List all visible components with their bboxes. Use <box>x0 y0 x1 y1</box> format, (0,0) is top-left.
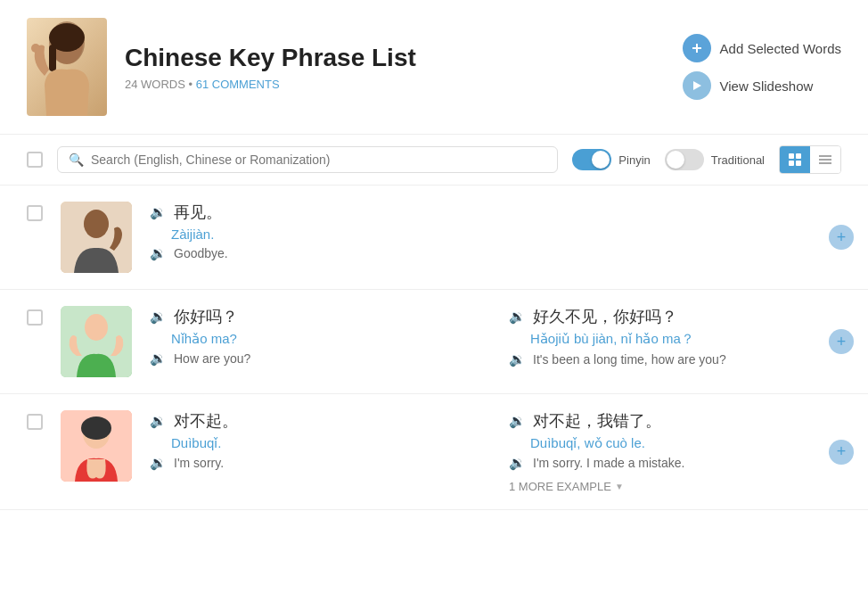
word-2-chinese-row: 🔉 你好吗？ <box>150 306 482 327</box>
pinyin-toggle-knob <box>592 151 610 169</box>
svg-rect-9 <box>796 153 801 159</box>
view-slideshow-button[interactable]: View Slideshow <box>683 71 841 100</box>
word-3-chinese-row: 🔉 对不起。 <box>150 410 482 432</box>
word-1-pinyin-row: Zàijiàn. <box>150 227 841 242</box>
more-examples-button[interactable]: 1 MORE EXAMPLE ▼ <box>509 480 841 493</box>
pinyin-label: Pinyin <box>618 153 650 167</box>
word-2-alt: 🔉 好久不见，你好吗？ Hǎojiǔ bù jiàn, nǐ hǎo ma？ 🔉… <box>509 306 841 367</box>
word-3-speaker-chinese[interactable]: 🔉 <box>150 413 167 429</box>
word-1-chinese-row: 🔉 再见。 <box>150 202 841 223</box>
word-3-alt-pinyin-row: Duìbuqǐ, wǒ cuò le. <box>509 435 841 451</box>
list-view-button[interactable] <box>810 146 840 173</box>
word-3-alt-speaker-chinese[interactable]: 🔉 <box>509 413 526 429</box>
word-list: 🔉 再见。 Zàijiàn. 🔉 Goodbye. + <box>0 186 868 510</box>
word-3-content: 🔉 对不起。 Duìbuqǐ. 🔉 I'm sorry. 🔉 对不起，我错了。 … <box>150 410 841 493</box>
word-2-alt-speaker-english[interactable]: 🔉 <box>509 351 526 367</box>
word-2-checkbox[interactable] <box>27 309 43 326</box>
traditional-label: Traditional <box>711 153 765 167</box>
pinyin-toggle[interactable] <box>572 149 611 170</box>
word-2-pinyin: Nǐhǎo ma? <box>171 331 237 347</box>
word-3-checkbox[interactable] <box>27 414 43 430</box>
word-1-main: 🔉 再见。 Zàijiàn. 🔉 Goodbye. <box>150 202 841 261</box>
select-all-checkbox[interactable] <box>27 152 43 168</box>
word-1-english: Goodbye. <box>174 246 228 260</box>
word-1-speaker-chinese[interactable]: 🔉 <box>150 204 167 220</box>
word-1-chinese: 再见。 <box>174 202 222 223</box>
separator: • <box>189 78 196 91</box>
comments-link[interactable]: 61 COMMENTS <box>196 78 280 91</box>
page-title: Chinese Key Phrase List <box>125 44 683 72</box>
page-header: Chinese Key Phrase List 24 WORDS • 61 CO… <box>0 0 868 135</box>
svg-point-21 <box>81 416 111 440</box>
view-slideshow-label: View Slideshow <box>720 78 814 94</box>
word-3-alt-speaker-english[interactable]: 🔉 <box>509 455 526 471</box>
word-1-speaker-english[interactable]: 🔉 <box>150 245 167 261</box>
search-input[interactable] <box>91 153 546 167</box>
word-3-add-button[interactable]: + <box>829 440 854 465</box>
word-2-speaker-chinese[interactable]: 🔉 <box>150 309 167 325</box>
traditional-toggle-group: Traditional <box>665 149 765 170</box>
word-2-speaker-english[interactable]: 🔉 <box>150 350 167 367</box>
word-3-alt-chinese: 对不起，我错了。 <box>533 410 661 432</box>
word-3-chinese: 对不起。 <box>174 410 238 432</box>
table-row: 🔉 对不起。 Duìbuqǐ. 🔉 I'm sorry. 🔉 对不起，我错了。 … <box>0 394 868 510</box>
word-3-alt: 🔉 对不起，我错了。 Duìbuqǐ, wǒ cuò le. 🔉 I'm sor… <box>509 410 841 493</box>
more-examples-label: 1 MORE EXAMPLE <box>509 480 611 493</box>
header-meta: 24 WORDS • 61 COMMENTS <box>125 78 683 91</box>
view-toggle <box>779 145 841 174</box>
word-2-pinyin-row: Nǐhǎo ma? <box>150 331 482 347</box>
word-3-alt-chinese-row: 🔉 对不起，我错了。 <box>509 410 841 432</box>
word-2-alt-speaker-chinese[interactable]: 🔉 <box>509 309 526 325</box>
pinyin-toggle-group: Pinyin <box>572 149 650 170</box>
word-1-checkbox[interactable] <box>27 205 43 221</box>
header-avatar <box>27 18 107 116</box>
word-2-alt-chinese: 好久不见，你好吗？ <box>533 306 677 327</box>
svg-point-18 <box>85 314 108 341</box>
word-2-english: How are you? <box>174 351 250 366</box>
search-box: 🔍 <box>57 146 558 173</box>
toolbar: 🔍 Pinyin Traditional <box>0 135 868 186</box>
word-2-alt-english: It's been a long time, how are you? <box>533 352 726 367</box>
word-2-alt-english-row: 🔉 It's been a long time, how are you? <box>509 351 841 367</box>
word-1-content: 🔉 再见。 Zàijiàn. 🔉 Goodbye. <box>150 202 841 261</box>
add-selected-words-label: Add Selected Words <box>720 41 841 56</box>
traditional-toggle[interactable] <box>665 149 704 170</box>
word-3-alt-english: I'm sorry. I made a mistake. <box>533 456 684 470</box>
word-3-speaker-english[interactable]: 🔉 <box>150 455 167 471</box>
word-count: 24 WORDS <box>125 78 185 91</box>
table-row: 🔉 你好吗？ Nǐhǎo ma? 🔉 How are you? 🔉 好久不见，你… <box>0 290 868 394</box>
word-2-alt-pinyin: Hǎojiǔ bù jiàn, nǐ hǎo ma？ <box>530 331 694 348</box>
word-2-alt-pinyin-row: Hǎojiǔ bù jiàn, nǐ hǎo ma？ <box>509 331 841 348</box>
word-2-content: 🔉 你好吗？ Nǐhǎo ma? 🔉 How are you? 🔉 好久不见，你… <box>150 306 841 367</box>
word-2-add-button[interactable]: + <box>829 329 854 354</box>
svg-rect-10 <box>789 161 794 166</box>
word-2-english-row: 🔉 How are you? <box>150 350 482 367</box>
header-info: Chinese Key Phrase List 24 WORDS • 61 CO… <box>125 44 683 91</box>
word-2-main: 🔉 你好吗？ Nǐhǎo ma? 🔉 How are you? <box>150 306 482 367</box>
word-1-pinyin: Zàijiàn. <box>171 227 214 242</box>
svg-point-16 <box>84 210 109 238</box>
svg-rect-8 <box>789 153 794 159</box>
svg-marker-7 <box>693 81 701 90</box>
word-2-alt-chinese-row: 🔉 好久不见，你好吗？ <box>509 306 841 327</box>
word-1-image <box>61 202 132 273</box>
add-icon <box>683 34 711 62</box>
traditional-toggle-knob <box>667 151 684 169</box>
word-3-alt-english-row: 🔉 I'm sorry. I made a mistake. <box>509 455 841 471</box>
word-3-pinyin: Duìbuqǐ. <box>171 435 222 451</box>
word-3-main: 🔉 对不起。 Duìbuqǐ. 🔉 I'm sorry. <box>150 410 482 493</box>
word-2-image <box>61 306 132 377</box>
word-3-alt-pinyin: Duìbuqǐ, wǒ cuò le. <box>530 435 645 451</box>
svg-rect-11 <box>796 161 801 166</box>
word-1-english-row: 🔉 Goodbye. <box>150 245 841 261</box>
word-1-add-button[interactable]: + <box>829 225 854 250</box>
play-icon <box>683 71 711 100</box>
header-actions: Add Selected Words View Slideshow <box>683 34 841 100</box>
add-selected-words-button[interactable]: Add Selected Words <box>683 34 841 62</box>
table-row: 🔉 再见。 Zàijiàn. 🔉 Goodbye. + <box>0 186 868 290</box>
word-3-image <box>61 410 132 482</box>
grid-view-button[interactable] <box>780 146 810 173</box>
svg-rect-3 <box>49 45 56 71</box>
word-3-english-row: 🔉 I'm sorry. <box>150 455 482 471</box>
word-2-chinese: 你好吗？ <box>174 306 238 327</box>
